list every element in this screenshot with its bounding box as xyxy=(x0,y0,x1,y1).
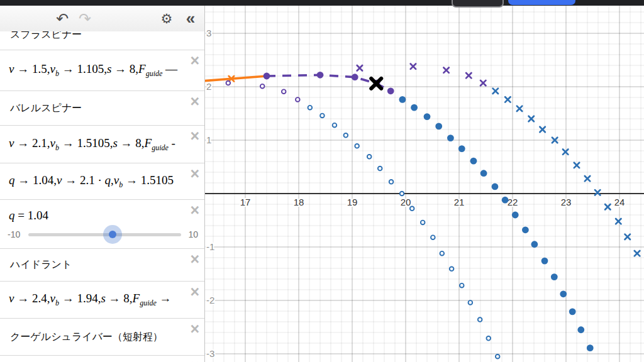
series-blue-open-circles[interactable] xyxy=(308,106,500,359)
expression-row[interactable]: バレルスピナー× xyxy=(0,91,204,126)
series-purple-open-circles[interactable] xyxy=(226,81,300,102)
expression-panel: ↶ ↷ ⚙ « スプラスピナーv → 1.5,vb → 1.105,s → 8,… xyxy=(0,6,205,362)
series-orange-segment[interactable] xyxy=(204,76,267,81)
expression-row[interactable]: クーゲルシュライバー（短射程）× xyxy=(0,319,204,356)
expression-math[interactable]: v → 1.5,vb → 1.105,s → 8,Fguide — xyxy=(0,62,195,79)
delete-expression-button[interactable]: × xyxy=(190,284,199,300)
slider-handle[interactable] xyxy=(103,225,122,244)
expression-list: スプラスピナーv → 1.5,vb → 1.105,s → 8,Fguide —… xyxy=(0,31,204,362)
expression-row[interactable]: ハイドラント× xyxy=(0,249,204,282)
expression-note-text: バレルスピナー xyxy=(0,102,82,115)
expression-math[interactable]: q = 1.04 xyxy=(0,209,66,222)
expression-row[interactable]: v → 2.4,vb → 1.94,s → 8,Fguide →× xyxy=(0,282,204,319)
delete-expression-button[interactable]: × xyxy=(190,53,199,69)
expression-row-slider[interactable]: q = 1.04-1010× xyxy=(0,200,204,249)
grid-lines xyxy=(204,0,644,362)
delete-expression-button[interactable]: × xyxy=(190,358,199,362)
expression-note-text: ハイドラント xyxy=(0,258,72,272)
expression-math[interactable]: v → 2.1,vb → 1.5105,s → 8,Fguide - xyxy=(0,136,193,153)
svg-text:-2: -2 xyxy=(206,295,214,305)
delete-expression-button[interactable]: × xyxy=(190,321,199,337)
desmos-app: { "topbar": {"color":"#202124","primary_… xyxy=(0,0,644,362)
svg-text:1: 1 xyxy=(206,134,211,145)
top-black-bar xyxy=(0,0,644,6)
plot-canvas: 1718192021222324321-1-2-3 xyxy=(204,0,644,362)
svg-text:21: 21 xyxy=(454,197,465,207)
slider-min-label: -10 xyxy=(8,229,20,239)
svg-text:22: 22 xyxy=(508,197,518,207)
undo-icon[interactable]: ↶ xyxy=(52,6,73,31)
svg-text:20: 20 xyxy=(401,197,411,207)
topbar-primary-button[interactable] xyxy=(508,0,575,5)
svg-text:3: 3 xyxy=(206,28,211,38)
redo-icon[interactable]: ↷ xyxy=(74,6,96,31)
svg-text:23: 23 xyxy=(561,197,572,207)
expression-note-text: スプラスピナー xyxy=(0,31,82,41)
expression-math[interactable]: v → 2.4,vb → 1.94,s → 8,Fguide → xyxy=(0,292,189,308)
svg-text:-1: -1 xyxy=(206,241,214,252)
svg-text:17: 17 xyxy=(240,197,251,207)
svg-text:18: 18 xyxy=(294,197,304,207)
collapse-panel-icon[interactable]: « xyxy=(179,6,202,31)
expression-row[interactable]: q → 1.04,v → 2.1 · q,vb → 1.5105× xyxy=(0,163,204,200)
svg-text:24: 24 xyxy=(614,197,625,207)
topbar-outlined-button[interactable] xyxy=(452,0,504,8)
expression-math[interactable]: q → 1.04,v → 2.1 · q,vb → 1.5105 xyxy=(0,173,191,190)
expression-row[interactable]: スプラスピナー xyxy=(0,31,204,50)
svg-text:19: 19 xyxy=(347,197,358,207)
delete-expression-button[interactable]: × xyxy=(190,251,199,267)
expression-note-text: クーゲルシュライバー（短射程） xyxy=(0,331,163,344)
svg-text:-3: -3 xyxy=(206,348,214,359)
delete-expression-button[interactable]: × xyxy=(190,94,199,109)
graph-paper[interactable]: 1718192021222324321-1-2-3 xyxy=(204,0,644,362)
gear-icon[interactable]: ⚙ xyxy=(154,6,179,31)
expression-toolbar: ↶ ↷ ⚙ « xyxy=(0,6,204,32)
expression-row[interactable]: v → 2.1,vb → 1.5105,s → 8,Fguide -× xyxy=(0,126,204,163)
expression-row[interactable]: × xyxy=(0,356,204,362)
expression-row[interactable]: v → 1.5,vb → 1.105,s → 8,Fguide —× xyxy=(0,50,204,91)
delete-expression-button[interactable]: × xyxy=(190,166,199,182)
delete-expression-button[interactable]: × xyxy=(190,202,199,218)
slider-max-label: 10 xyxy=(188,229,198,239)
series-blue-dots[interactable] xyxy=(399,96,594,351)
slider-track[interactable] xyxy=(28,233,181,236)
delete-expression-button[interactable]: × xyxy=(190,128,199,144)
svg-text:2: 2 xyxy=(206,81,211,92)
